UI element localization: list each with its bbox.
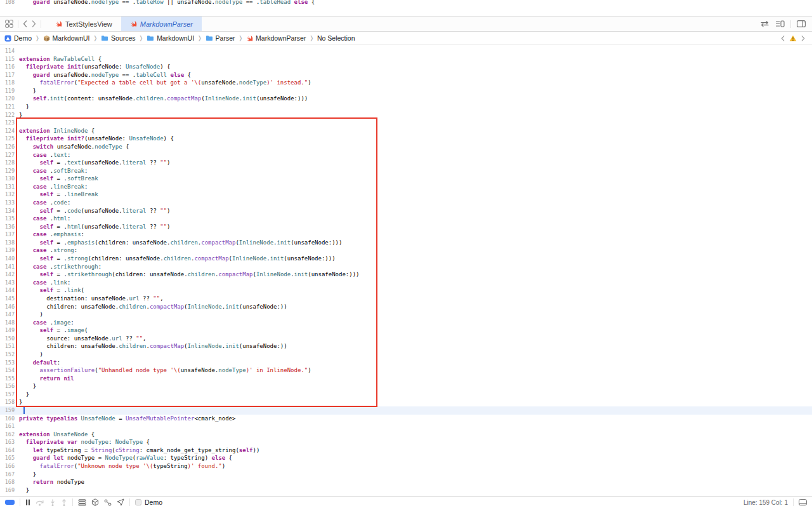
line-number[interactable]: 162 bbox=[0, 431, 19, 439]
line-number[interactable]: 154 bbox=[0, 366, 19, 375]
breadcrumb-item-sources[interactable]: Sources bbox=[101, 34, 136, 42]
pause-button[interactable] bbox=[25, 499, 30, 505]
code-line[interactable]: 152 ) bbox=[0, 351, 812, 359]
line-number[interactable]: 166 bbox=[0, 462, 19, 471]
code-line[interactable]: 133 case .code: bbox=[0, 199, 812, 207]
editor-grid-icon[interactable] bbox=[5, 20, 13, 28]
code-line[interactable]: 137 case .emphasis: bbox=[0, 231, 812, 239]
line-number[interactable]: 134 bbox=[0, 207, 19, 215]
code-line[interactable]: 153 default: bbox=[0, 359, 812, 367]
code-line[interactable]: 160private typealias UnsafeNode = Unsafe… bbox=[0, 415, 812, 423]
line-number[interactable]: 142 bbox=[0, 271, 19, 279]
line-number[interactable]: 115 bbox=[0, 55, 19, 64]
line-number[interactable]: 151 bbox=[0, 342, 19, 351]
line-number[interactable]: 150 bbox=[0, 335, 19, 343]
code-line[interactable]: 123 bbox=[0, 119, 812, 127]
back-chevron-icon[interactable] bbox=[23, 20, 27, 27]
code-line[interactable]: 151 children: unsafeNode.children.compac… bbox=[0, 342, 812, 351]
code-line[interactable]: 122} bbox=[0, 111, 812, 119]
source-editor[interactable]: 114115extension RawTableCell {116 filepr… bbox=[0, 45, 812, 496]
code-line[interactable]: 131 case .lineBreak: bbox=[0, 183, 812, 191]
code-line[interactable]: 136 self = .html(unsafeNode.literal ?? "… bbox=[0, 223, 812, 231]
line-number[interactable]: 168 bbox=[0, 478, 19, 486]
line-number[interactable]: 148 bbox=[0, 319, 19, 327]
code-line[interactable]: 125 fileprivate init?(unsafeNode: Unsafe… bbox=[0, 135, 812, 143]
line-number[interactable]: 167 bbox=[0, 471, 19, 479]
code-line[interactable]: 166 fatalError("Unknown node type '\(typ… bbox=[0, 462, 812, 471]
forward-chevron-icon[interactable] bbox=[32, 20, 36, 27]
editor-arrangement-icon[interactable] bbox=[775, 20, 785, 27]
line-number[interactable]: 153 bbox=[0, 359, 19, 367]
step-into-button[interactable] bbox=[49, 499, 56, 506]
line-number[interactable]: 141 bbox=[0, 263, 19, 271]
breadcrumb-item-markdownui-folder[interactable]: MarkdownUI bbox=[147, 34, 194, 42]
code-line[interactable]: 124extension InlineNode { bbox=[0, 127, 812, 135]
code-line[interactable]: 139 case .strong: bbox=[0, 246, 812, 255]
code-line[interactable]: 165 guard let nodeType = NodeType(rawVal… bbox=[0, 454, 812, 462]
line-number[interactable]: 140 bbox=[0, 255, 19, 263]
code-line[interactable]: 128 self = .text(unsafeNode.literal ?? "… bbox=[0, 159, 812, 167]
line-number[interactable]: 157 bbox=[0, 391, 19, 399]
line-number[interactable]: 108 bbox=[0, 0, 19, 6]
line-number[interactable]: 125 bbox=[0, 135, 19, 143]
line-number[interactable]: 131 bbox=[0, 183, 19, 191]
code-line[interactable]: 149 self = .image( bbox=[0, 326, 812, 335]
code-line[interactable]: 144 self = .link( bbox=[0, 286, 812, 295]
line-number[interactable]: 130 bbox=[0, 175, 19, 183]
breadcrumb-item-markdownui-package[interactable]: MarkdownUI bbox=[43, 34, 90, 42]
code-line[interactable]: 147 ) bbox=[0, 311, 812, 319]
code-line[interactable]: 146 children: unsafeNode.children.compac… bbox=[0, 303, 812, 311]
code-line[interactable]: 154 assertionFailure("Unhandled node typ… bbox=[0, 366, 812, 375]
code-line[interactable]: 114 bbox=[0, 47, 812, 55]
breadcrumb-item-no-selection[interactable]: No Selection bbox=[317, 34, 355, 42]
line-number[interactable]: 122 bbox=[0, 111, 19, 119]
code-line[interactable]: 155 return nil bbox=[0, 375, 812, 383]
line-number[interactable]: 138 bbox=[0, 239, 19, 247]
process-selector[interactable]: Demo bbox=[135, 498, 162, 506]
line-number[interactable]: 128 bbox=[0, 159, 19, 167]
line-number[interactable]: 116 bbox=[0, 63, 19, 71]
simulate-location-button[interactable] bbox=[117, 498, 124, 506]
line-number[interactable]: 120 bbox=[0, 95, 19, 103]
code-line[interactable]: 145 destination: unsafeNode.url ?? "", bbox=[0, 295, 812, 303]
line-number[interactable]: 129 bbox=[0, 167, 19, 175]
code-line[interactable]: 156 } bbox=[0, 382, 812, 391]
code-line[interactable]: 141 case .strikethrough: bbox=[0, 263, 812, 271]
line-number[interactable]: 137 bbox=[0, 231, 19, 239]
code-line[interactable]: 163 fileprivate var nodeType: NodeType { bbox=[0, 438, 812, 446]
code-line[interactable]: 126 switch unsafeNode.nodeType { bbox=[0, 143, 812, 151]
code-line[interactable]: 150 source: unsafeNode.url ?? "", bbox=[0, 335, 812, 343]
line-number[interactable]: 119 bbox=[0, 87, 19, 95]
code-line[interactable]: 167 } bbox=[0, 471, 812, 479]
line-number[interactable]: 132 bbox=[0, 190, 19, 199]
line-number[interactable]: 163 bbox=[0, 438, 19, 446]
view-hierarchy-button[interactable] bbox=[78, 499, 86, 506]
code-line[interactable]: 134 self = .code(unsafeNode.literal ?? "… bbox=[0, 207, 812, 215]
code-line[interactable]: 108 guard unsafeNode.nodeType == .tableR… bbox=[0, 0, 812, 6]
line-number[interactable]: 152 bbox=[0, 351, 19, 359]
code-line[interactable]: 158} bbox=[0, 398, 812, 406]
line-number[interactable]: 139 bbox=[0, 246, 19, 255]
breakpoints-toggle-button[interactable] bbox=[5, 500, 15, 505]
line-number[interactable]: 123 bbox=[0, 119, 19, 127]
line-number[interactable]: 121 bbox=[0, 103, 19, 111]
code-line[interactable]: 121 } bbox=[0, 103, 812, 111]
line-number[interactable]: 117 bbox=[0, 71, 19, 79]
code-line[interactable]: 135 case .html: bbox=[0, 215, 812, 223]
issues-back-chevron-icon[interactable] bbox=[781, 36, 785, 41]
step-over-button[interactable] bbox=[36, 499, 44, 506]
line-number[interactable]: 160 bbox=[0, 415, 19, 423]
line-number[interactable]: 127 bbox=[0, 151, 19, 159]
warning-icon[interactable] bbox=[789, 35, 797, 42]
issues-forward-chevron-icon[interactable] bbox=[801, 36, 805, 41]
line-number[interactable]: 114 bbox=[0, 47, 19, 55]
line-number[interactable]: 135 bbox=[0, 215, 19, 223]
line-number[interactable]: 159 bbox=[0, 406, 19, 415]
line-number[interactable]: 144 bbox=[0, 286, 19, 295]
line-number[interactable]: 156 bbox=[0, 382, 19, 391]
line-number[interactable]: 155 bbox=[0, 375, 19, 383]
line-number[interactable]: 146 bbox=[0, 303, 19, 311]
line-number[interactable]: 165 bbox=[0, 454, 19, 462]
line-number[interactable]: 161 bbox=[0, 422, 19, 431]
code-line[interactable]: 116 fileprivate init(unsafeNode: UnsafeN… bbox=[0, 63, 812, 71]
